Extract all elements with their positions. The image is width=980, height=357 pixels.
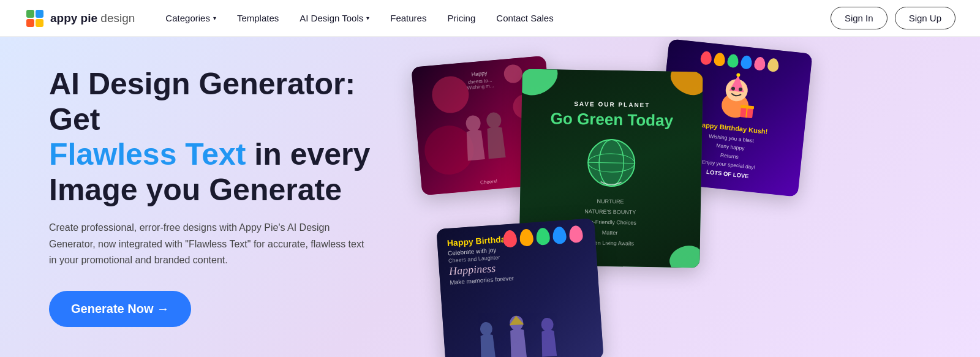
svg-rect-3 xyxy=(26,19,34,27)
svg-rect-4 xyxy=(36,19,43,27)
hero-images-collage: Happy cheers to... Wishing m... Cheers! xyxy=(404,37,931,357)
svg-rect-1 xyxy=(26,10,34,18)
signup-button[interactable]: Sign Up xyxy=(895,7,956,29)
svg-point-6 xyxy=(486,112,502,129)
couple-silhouette xyxy=(448,101,521,174)
nav-item-templates[interactable]: Templates xyxy=(228,8,287,28)
logo-icon xyxy=(24,8,45,29)
svg-point-18 xyxy=(736,73,741,77)
chevron-down-icon-2: ▾ xyxy=(366,15,369,21)
generate-now-button[interactable]: Generate Now → xyxy=(49,291,191,327)
logo-text: appy pie design xyxy=(50,12,135,25)
svg-rect-2 xyxy=(36,10,43,18)
card-birthday-celebration: Happy Birthday! Celebrate with joy Cheer… xyxy=(436,218,603,357)
svg-point-13 xyxy=(541,317,554,331)
hero-content: AI Design Generator: Get Flawless Text i… xyxy=(49,67,404,326)
signin-button[interactable]: Sign In xyxy=(831,7,888,29)
nav-auth: Sign In Sign Up xyxy=(831,7,956,29)
nav-item-contact-sales[interactable]: Contact Sales xyxy=(488,8,562,28)
card2-title: SAVE OUR PLANET xyxy=(532,100,693,110)
nav-item-categories[interactable]: Categories ▾ xyxy=(157,8,225,28)
nav-item-pricing[interactable]: Pricing xyxy=(439,8,484,28)
svg-point-5 xyxy=(466,115,481,132)
nav-links: Categories ▾ Templates AI Design Tools ▾… xyxy=(157,8,831,28)
birthday-character-icon xyxy=(709,69,763,123)
svg-point-11 xyxy=(480,321,492,336)
nav-item-features[interactable]: Features xyxy=(382,8,435,28)
nav-item-ai-design-tools[interactable]: AI Design Tools ▾ xyxy=(291,8,378,28)
logo[interactable]: appy pie design xyxy=(24,8,135,29)
hero-title-highlight: Flawless Text xyxy=(49,137,246,171)
hero-section: AI Design Generator: Get Flawless Text i… xyxy=(0,37,980,357)
chevron-down-icon: ▾ xyxy=(213,15,216,21)
navbar: appy pie design Categories ▾ Templates A… xyxy=(0,0,980,37)
hero-title: AI Design Generator: Get Flawless Text i… xyxy=(49,67,404,208)
card2-subtitle: Go Green Today xyxy=(531,109,693,131)
globe-icon xyxy=(583,135,639,191)
people-silhouette xyxy=(443,310,604,357)
hero-description: Create professional, error-free designs … xyxy=(49,220,368,268)
